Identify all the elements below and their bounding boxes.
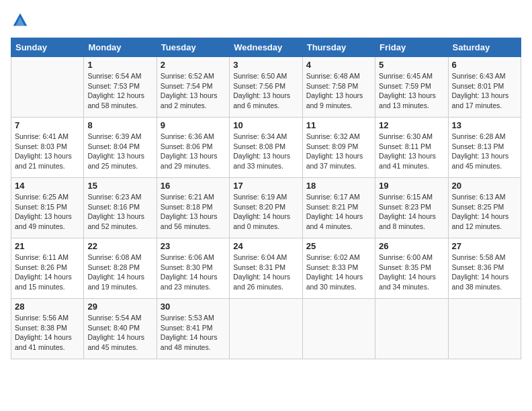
day-number: 12 bbox=[379, 120, 444, 130]
calendar-cell: 17Sunrise: 6:19 AM Sunset: 8:20 PM Dayli… bbox=[230, 178, 302, 238]
calendar-cell: 3Sunrise: 6:50 AM Sunset: 7:56 PM Daylig… bbox=[230, 57, 302, 118]
day-number: 23 bbox=[161, 241, 226, 251]
day-header-saturday: Saturday bbox=[448, 38, 521, 57]
day-number: 4 bbox=[306, 60, 371, 70]
day-number: 24 bbox=[233, 241, 298, 251]
calendar-cell: 1Sunrise: 6:54 AM Sunset: 7:53 PM Daylig… bbox=[84, 57, 157, 118]
day-info: Sunrise: 6:15 AM Sunset: 8:23 PM Dayligh… bbox=[379, 192, 444, 232]
day-number: 16 bbox=[161, 181, 226, 191]
day-info: Sunrise: 5:54 AM Sunset: 8:40 PM Dayligh… bbox=[87, 313, 152, 353]
day-number: 18 bbox=[306, 181, 371, 191]
week-row-1: 1Sunrise: 6:54 AM Sunset: 7:53 PM Daylig… bbox=[11, 57, 521, 118]
day-info: Sunrise: 6:17 AM Sunset: 8:21 PM Dayligh… bbox=[306, 192, 371, 232]
day-info: Sunrise: 5:53 AM Sunset: 8:41 PM Dayligh… bbox=[161, 313, 226, 353]
day-info: Sunrise: 6:19 AM Sunset: 8:20 PM Dayligh… bbox=[233, 192, 298, 232]
day-header-tuesday: Tuesday bbox=[157, 38, 229, 57]
day-number: 8 bbox=[87, 120, 152, 130]
day-info: Sunrise: 6:21 AM Sunset: 8:18 PM Dayligh… bbox=[161, 192, 226, 232]
calendar-cell: 27Sunrise: 5:58 AM Sunset: 8:36 PM Dayli… bbox=[448, 238, 521, 299]
day-number: 10 bbox=[233, 120, 298, 130]
day-info: Sunrise: 6:06 AM Sunset: 8:30 PM Dayligh… bbox=[161, 253, 226, 292]
calendar-cell: 6Sunrise: 6:43 AM Sunset: 8:01 PM Daylig… bbox=[448, 57, 521, 118]
calendar-cell: 28Sunrise: 5:56 AM Sunset: 8:38 PM Dayli… bbox=[11, 299, 84, 359]
day-header-wednesday: Wednesday bbox=[230, 38, 302, 57]
calendar-cell: 15Sunrise: 6:23 AM Sunset: 8:16 PM Dayli… bbox=[84, 178, 157, 238]
day-number: 3 bbox=[233, 60, 298, 70]
day-info: Sunrise: 6:23 AM Sunset: 8:16 PM Dayligh… bbox=[87, 192, 152, 232]
calendar-cell bbox=[375, 299, 448, 359]
day-info: Sunrise: 6:52 AM Sunset: 7:54 PM Dayligh… bbox=[161, 71, 226, 111]
calendar-cell bbox=[11, 57, 84, 118]
calendar-cell: 4Sunrise: 6:48 AM Sunset: 7:58 PM Daylig… bbox=[302, 57, 375, 118]
day-info: Sunrise: 6:54 AM Sunset: 7:53 PM Dayligh… bbox=[87, 71, 152, 111]
day-number: 22 bbox=[87, 241, 152, 251]
day-number: 20 bbox=[452, 181, 517, 191]
day-info: Sunrise: 6:36 AM Sunset: 8:06 PM Dayligh… bbox=[161, 132, 226, 171]
day-number: 17 bbox=[233, 181, 298, 191]
logo bbox=[11, 11, 32, 30]
day-info: Sunrise: 6:48 AM Sunset: 7:58 PM Dayligh… bbox=[306, 71, 371, 111]
day-number: 7 bbox=[15, 120, 80, 130]
calendar-cell bbox=[230, 299, 302, 359]
calendar-cell: 13Sunrise: 6:28 AM Sunset: 8:13 PM Dayli… bbox=[448, 118, 521, 178]
day-header-monday: Monday bbox=[84, 38, 157, 57]
calendar-cell: 12Sunrise: 6:30 AM Sunset: 8:11 PM Dayli… bbox=[375, 118, 448, 178]
calendar-cell: 10Sunrise: 6:34 AM Sunset: 8:08 PM Dayli… bbox=[230, 118, 302, 178]
day-number: 15 bbox=[87, 181, 152, 191]
calendar-cell: 16Sunrise: 6:21 AM Sunset: 8:18 PM Dayli… bbox=[157, 178, 229, 238]
day-header-friday: Friday bbox=[375, 38, 448, 57]
day-info: Sunrise: 6:28 AM Sunset: 8:13 PM Dayligh… bbox=[452, 132, 517, 171]
calendar-cell: 26Sunrise: 6:00 AM Sunset: 8:35 PM Dayli… bbox=[375, 238, 448, 299]
day-info: Sunrise: 6:11 AM Sunset: 8:26 PM Dayligh… bbox=[15, 253, 80, 292]
day-number: 2 bbox=[161, 60, 226, 70]
week-row-3: 14Sunrise: 6:25 AM Sunset: 8:15 PM Dayli… bbox=[11, 178, 521, 238]
calendar-header-row: SundayMondayTuesdayWednesdayThursdayFrid… bbox=[11, 38, 521, 57]
day-number: 26 bbox=[379, 241, 444, 251]
day-info: Sunrise: 5:58 AM Sunset: 8:36 PM Dayligh… bbox=[452, 253, 517, 292]
calendar-cell: 29Sunrise: 5:54 AM Sunset: 8:40 PM Dayli… bbox=[84, 299, 157, 359]
calendar-cell: 21Sunrise: 6:11 AM Sunset: 8:26 PM Dayli… bbox=[11, 238, 84, 299]
day-info: Sunrise: 6:08 AM Sunset: 8:28 PM Dayligh… bbox=[87, 253, 152, 292]
calendar-cell: 14Sunrise: 6:25 AM Sunset: 8:15 PM Dayli… bbox=[11, 178, 84, 238]
day-number: 14 bbox=[15, 181, 80, 191]
day-info: Sunrise: 6:00 AM Sunset: 8:35 PM Dayligh… bbox=[379, 253, 444, 292]
day-number: 13 bbox=[452, 120, 517, 130]
calendar-cell: 2Sunrise: 6:52 AM Sunset: 7:54 PM Daylig… bbox=[157, 57, 229, 118]
day-info: Sunrise: 6:13 AM Sunset: 8:25 PM Dayligh… bbox=[452, 192, 517, 232]
day-number: 29 bbox=[87, 302, 152, 312]
calendar-cell bbox=[448, 299, 521, 359]
page-header bbox=[11, 11, 521, 30]
day-number: 9 bbox=[161, 120, 226, 130]
day-number: 11 bbox=[306, 120, 371, 130]
day-number: 25 bbox=[306, 241, 371, 251]
day-number: 28 bbox=[15, 302, 80, 312]
day-info: Sunrise: 6:50 AM Sunset: 7:56 PM Dayligh… bbox=[233, 71, 298, 111]
day-info: Sunrise: 6:39 AM Sunset: 8:04 PM Dayligh… bbox=[87, 132, 152, 171]
day-info: Sunrise: 6:04 AM Sunset: 8:31 PM Dayligh… bbox=[233, 253, 298, 292]
calendar-cell: 25Sunrise: 6:02 AM Sunset: 8:33 PM Dayli… bbox=[302, 238, 375, 299]
day-header-sunday: Sunday bbox=[11, 38, 84, 57]
day-info: Sunrise: 6:34 AM Sunset: 8:08 PM Dayligh… bbox=[233, 132, 298, 171]
calendar-cell: 20Sunrise: 6:13 AM Sunset: 8:25 PM Dayli… bbox=[448, 178, 521, 238]
day-info: Sunrise: 6:25 AM Sunset: 8:15 PM Dayligh… bbox=[15, 192, 80, 232]
day-header-thursday: Thursday bbox=[302, 38, 375, 57]
calendar-cell: 5Sunrise: 6:45 AM Sunset: 7:59 PM Daylig… bbox=[375, 57, 448, 118]
week-row-2: 7Sunrise: 6:41 AM Sunset: 8:03 PM Daylig… bbox=[11, 118, 521, 178]
calendar-cell: 8Sunrise: 6:39 AM Sunset: 8:04 PM Daylig… bbox=[84, 118, 157, 178]
day-info: Sunrise: 5:56 AM Sunset: 8:38 PM Dayligh… bbox=[15, 313, 80, 353]
day-info: Sunrise: 6:32 AM Sunset: 8:09 PM Dayligh… bbox=[306, 132, 371, 171]
day-info: Sunrise: 6:41 AM Sunset: 8:03 PM Dayligh… bbox=[15, 132, 80, 171]
calendar-cell bbox=[302, 299, 375, 359]
calendar-cell: 11Sunrise: 6:32 AM Sunset: 8:09 PM Dayli… bbox=[302, 118, 375, 178]
day-number: 30 bbox=[161, 302, 226, 312]
calendar-cell: 19Sunrise: 6:15 AM Sunset: 8:23 PM Dayli… bbox=[375, 178, 448, 238]
day-info: Sunrise: 6:02 AM Sunset: 8:33 PM Dayligh… bbox=[306, 253, 371, 292]
day-number: 19 bbox=[379, 181, 444, 191]
week-row-4: 21Sunrise: 6:11 AM Sunset: 8:26 PM Dayli… bbox=[11, 238, 521, 299]
calendar-cell: 22Sunrise: 6:08 AM Sunset: 8:28 PM Dayli… bbox=[84, 238, 157, 299]
day-number: 21 bbox=[15, 241, 80, 251]
day-info: Sunrise: 6:30 AM Sunset: 8:11 PM Dayligh… bbox=[379, 132, 444, 171]
day-number: 27 bbox=[452, 241, 517, 251]
calendar-cell: 23Sunrise: 6:06 AM Sunset: 8:30 PM Dayli… bbox=[157, 238, 229, 299]
calendar-cell: 7Sunrise: 6:41 AM Sunset: 8:03 PM Daylig… bbox=[11, 118, 84, 178]
